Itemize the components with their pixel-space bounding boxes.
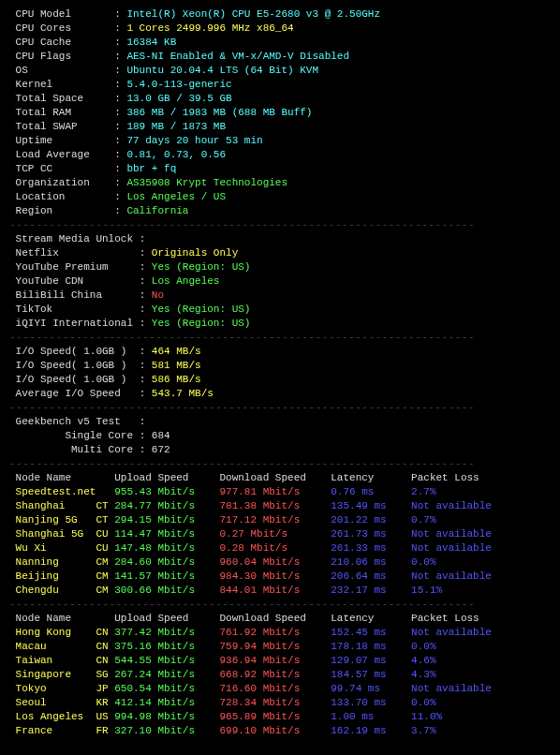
- info-label: YouTube CDN: [9, 275, 140, 287]
- terminal-line: Taiwan CN 544.55 Mbit/s 936.94 Mbit/s 12…: [9, 654, 551, 668]
- terminal-line: Nanning CM 284.60 Mbit/s 960.04 Mbit/s 2…: [9, 555, 551, 570]
- download-speed: 984.30 Mbit/s: [219, 570, 331, 582]
- info-label: I/O Speed( 1.0GB ): [9, 374, 140, 385]
- node-name: Shanghai 5G CU: [9, 528, 114, 540]
- separator: ----------------------------------------…: [9, 598, 551, 612]
- latency: 152.45 ms: [331, 627, 411, 638]
- col-header: Upload Speed: [114, 613, 219, 624]
- info-label: YouTube Premium: [9, 261, 140, 273]
- info-value: No: [152, 289, 164, 301]
- latency: 129.07 ms: [331, 655, 411, 666]
- info-label: Single Core: [9, 430, 140, 441]
- download-speed: 936.94 Mbit/s: [219, 655, 331, 666]
- info-value: Los Angeles: [152, 275, 220, 287]
- info-label: Total Space: [9, 93, 114, 104]
- info-label: OS: [9, 65, 114, 76]
- info-label: Total RAM: [9, 107, 114, 118]
- terminal-line: Shanghai 5G CU 114.47 Mbit/s 0.27 Mbit/s…: [9, 527, 551, 541]
- node-name: Los Angeles US: [9, 711, 114, 722]
- latency: 178.18 ms: [331, 641, 411, 652]
- packet-loss: 4.3%: [411, 669, 435, 680]
- info-label: Uptime: [9, 135, 114, 146]
- download-speed: 668.92 Mbit/s: [219, 669, 331, 680]
- packet-loss: 11.0%: [411, 711, 442, 722]
- info-label: Total SWAP: [9, 121, 114, 132]
- col-header: Download Speed: [219, 613, 331, 624]
- terminal-line: Macau CN 375.16 Mbit/s 759.94 Mbit/s 178…: [9, 640, 551, 654]
- terminal-line: Kernel : 5.4.0-113-generic: [9, 78, 551, 92]
- info-value: 581 MB/s: [152, 360, 201, 371]
- info-value: 586 MB/s: [152, 374, 201, 385]
- terminal-line: Total Space : 13.0 GB / 39.5 GB: [9, 92, 551, 106]
- packet-loss: Not available: [411, 500, 492, 511]
- col-header: Node Name: [9, 472, 114, 483]
- upload-speed: 114.47 Mbit/s: [114, 528, 219, 540]
- node-name: Nanjing 5G CT: [9, 514, 114, 526]
- latency: 210.06 ms: [331, 556, 411, 568]
- terminal-line: I/O Speed( 1.0GB ) : 586 MB/s: [9, 373, 551, 387]
- packet-loss: 15.1%: [411, 585, 442, 596]
- node-name: Tokyo JP: [9, 683, 114, 694]
- terminal-line: Shanghai CT 284.77 Mbit/s 781.38 Mbit/s …: [9, 499, 551, 513]
- terminal-line: Multi Core : 672: [9, 443, 551, 457]
- info-label: CPU Model: [9, 8, 114, 20]
- col-header: Download Speed: [219, 472, 331, 483]
- col-header: Latency: [331, 472, 411, 483]
- terminal-line: CPU Flags : AES-NI Enabled & VM-x/AMD-V …: [9, 50, 551, 64]
- upload-speed: 377.42 Mbit/s: [114, 627, 219, 638]
- info-label: CPU Cache: [9, 37, 114, 48]
- info-label: Netflix: [9, 247, 140, 259]
- terminal-line: Los Angeles US 994.98 Mbit/s 965.89 Mbit…: [9, 710, 551, 724]
- packet-loss: 0.0%: [411, 641, 435, 652]
- upload-speed: 284.60 Mbit/s: [114, 556, 219, 568]
- info-value: Ubuntu 20.04.4 LTS (64 Bit) KVM: [126, 65, 318, 76]
- terminal-line: I/O Speed( 1.0GB ) : 581 MB/s: [9, 359, 551, 373]
- latency: 135.49 ms: [331, 500, 411, 511]
- upload-speed: 955.43 Mbit/s: [114, 486, 219, 497]
- terminal-line: Geekbench v5 Test :: [9, 415, 551, 429]
- upload-speed: 327.10 Mbit/s: [114, 725, 219, 736]
- latency: 201.22 ms: [331, 514, 411, 526]
- info-value: 386 MB / 1983 MB (688 MB Buff): [126, 107, 312, 118]
- info-value: 1 Cores 2499.996 MHz x86_64: [126, 22, 293, 34]
- info-label: I/O Speed( 1.0GB ): [9, 346, 140, 357]
- info-value: bbr + fq: [126, 163, 176, 174]
- info-value: Intel(R) Xeon(R) CPU E5-2680 v3 @ 2.50GH…: [126, 8, 380, 20]
- latency: 133.70 ms: [331, 697, 411, 708]
- info-value: Originals Only: [152, 247, 238, 259]
- terminal-line: TCP CC : bbr + fq: [9, 162, 551, 176]
- terminal-line: Nanjing 5G CT 294.15 Mbit/s 717.12 Mbit/…: [9, 513, 551, 527]
- terminal-line: Chengdu CM 300.66 Mbit/s 844.01 Mbit/s 2…: [9, 584, 551, 598]
- upload-speed: 294.15 Mbit/s: [114, 514, 219, 526]
- terminal-line: iQIYI International : Yes (Region: US): [9, 317, 551, 331]
- download-speed: 844.01 Mbit/s: [219, 585, 331, 596]
- col-header: Packet Loss: [411, 613, 479, 624]
- info-value: 0.81, 0.73, 0.56: [126, 149, 226, 160]
- terminal-line: YouTube CDN : Los Angeles: [9, 274, 551, 289]
- info-value: Los Angeles / US: [126, 191, 226, 202]
- packet-loss: Not available: [411, 528, 492, 540]
- info-value: 189 MB / 1873 MB: [126, 121, 226, 132]
- upload-speed: 994.98 Mbit/s: [114, 711, 219, 722]
- terminal-line: Load Average : 0.81, 0.73, 0.56: [9, 148, 551, 162]
- info-value: 464 MB/s: [152, 346, 201, 357]
- terminal-line: I/O Speed( 1.0GB ) : 464 MB/s: [9, 345, 551, 359]
- terminal-line: Average I/O Speed : 543.7 MB/s: [9, 387, 551, 401]
- terminal-line: CPU Cache : 16384 KB: [9, 36, 551, 50]
- info-value: 5.4.0-113-generic: [126, 79, 231, 90]
- upload-speed: 544.55 Mbit/s: [114, 655, 219, 666]
- info-label: Organization: [9, 177, 114, 188]
- terminal-line: Netflix : Originals Only: [9, 246, 551, 260]
- col-header: Upload Speed: [114, 472, 219, 483]
- packet-loss: Not available: [411, 570, 492, 582]
- section-header: Geekbench v5 Test: [9, 416, 140, 427]
- packet-loss: 0.7%: [411, 514, 435, 526]
- latency: 184.57 ms: [331, 669, 411, 680]
- packet-loss: 0.0%: [411, 697, 435, 708]
- download-speed: 759.94 Mbit/s: [219, 641, 331, 652]
- terminal-line: YouTube Premium : Yes (Region: US): [9, 260, 551, 274]
- terminal-line: Node Name Upload Speed Download Speed La…: [9, 471, 551, 485]
- terminal-line: Organization : AS35908 Krypt Technologie…: [9, 176, 551, 190]
- info-label: Multi Core: [9, 444, 140, 455]
- terminal-line: TikTok : Yes (Region: US): [9, 303, 551, 317]
